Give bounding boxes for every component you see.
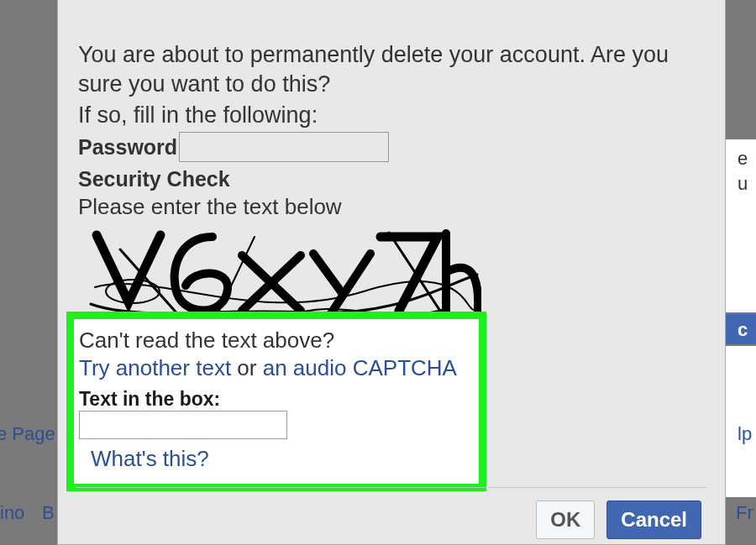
right-text-co: c [738,319,748,341]
right-text-fr: Fr [736,502,753,524]
password-row: Password [78,132,705,162]
please-enter-text: Please enter the text below [78,193,705,222]
captcha-alt-links: Try another text or an audio CAPTCHA [79,355,474,381]
footer-separator [76,487,706,488]
cant-read-text: Can't read the text above? [79,328,474,354]
or-text: or [231,355,263,380]
dialog-body: You are about to permanently delete your… [78,0,705,328]
audio-captcha-link[interactable]: an audio CAPTCHA [263,355,457,380]
right-stripe-2 [726,346,756,497]
bg-link-ino[interactable]: ino [0,502,24,524]
fill-prompt: If so, fill in the following: [78,101,705,130]
dialog-button-row: OK Cancel [536,500,701,539]
text-in-box-label: Text in the box: [79,388,474,411]
cancel-button[interactable]: Cancel [606,500,701,539]
try-another-text-link[interactable]: Try another text [79,355,231,380]
captcha-text-input[interactable] [79,411,287,439]
whats-this-link[interactable]: What's this? [91,446,209,472]
delete-account-dialog: You are about to permanently delete your… [57,0,726,545]
password-label: Password [78,134,177,161]
warning-text: You are about to permanently delete your… [78,40,705,99]
right-panel-edge [726,0,756,545]
password-input[interactable] [179,132,389,162]
security-check-heading: Security Check [78,165,705,193]
right-text-et: e [738,148,748,170]
ok-button[interactable]: OK [536,500,595,539]
right-text-bu: u [738,173,748,195]
captcha-help-box: Can't read the text above? Try another t… [66,312,486,491]
right-text-lp: lp [738,423,752,445]
bg-link-b[interactable]: B [42,502,55,524]
bg-link-page[interactable]: e Page [0,423,55,445]
